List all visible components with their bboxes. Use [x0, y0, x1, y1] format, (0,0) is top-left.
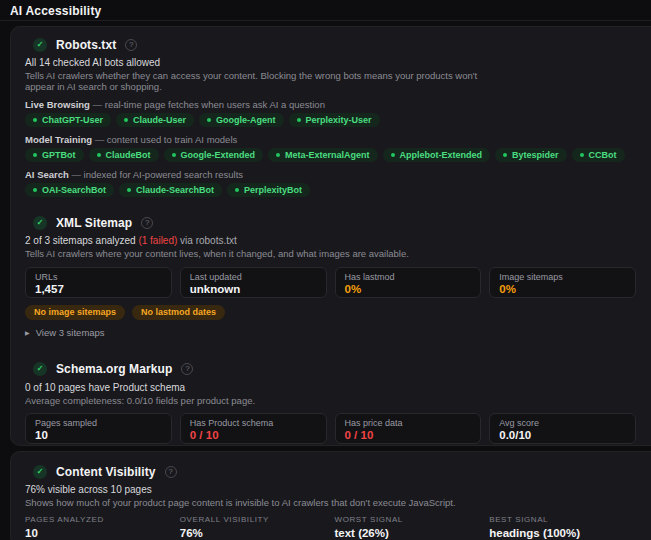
bot-pill: GPTBot — [25, 148, 84, 162]
bot-pill: Google-Agent — [199, 113, 284, 127]
bot-name: CCBot — [589, 151, 617, 160]
stat-last-updated: Last updated unknown — [180, 267, 327, 298]
section-summary: 0 of 10 pages have Product schema — [25, 382, 636, 393]
bot-active-dot-icon — [297, 118, 301, 122]
metric-row: Pages analyzed 10 Overall visibility 76%… — [25, 515, 636, 539]
stat-image-sitemaps: Image sitemaps 0% — [489, 267, 636, 298]
section-summary: 2 of 3 sitemaps analyzed (1 failed) via … — [25, 235, 636, 246]
stat-value: 1,457 — [35, 282, 162, 296]
bot-active-dot-icon — [172, 153, 176, 157]
stat-value: 0.0/10 — [499, 428, 626, 442]
metric-value: text (26%) — [335, 527, 482, 539]
help-icon[interactable]: ? — [125, 39, 137, 51]
bot-name: Claude-SearchBot — [136, 186, 214, 195]
metric-value: 10 — [25, 527, 172, 539]
stat-label: Pages sampled — [35, 418, 162, 428]
bot-active-dot-icon — [391, 153, 395, 157]
metric-overall-visibility: Overall visibility 76% — [180, 515, 327, 539]
section-xml-sitemap: ✓ XML Sitemap ? 2 of 3 sitemaps analyzed… — [25, 215, 636, 338]
bot-name: GPTBot — [42, 151, 76, 160]
check-pass-icon: ✓ — [33, 362, 47, 376]
section-header: ✓ Robots.txt ? — [25, 37, 636, 52]
bot-name: Perplexity-User — [306, 116, 372, 125]
stat-value: 0 / 10 — [345, 428, 472, 442]
section-description: Tells AI crawlers whether they can acces… — [25, 71, 487, 92]
bot-name: OAI-SearchBot — [42, 186, 106, 195]
section-summary: All 14 checked AI bots allowed — [25, 57, 636, 68]
bot-pill: Perplexity-User — [289, 113, 380, 127]
bot-group-label: AI Search — indexed for AI-powered searc… — [25, 169, 636, 180]
bot-active-dot-icon — [127, 188, 131, 192]
bot-name: PerplexityBot — [244, 186, 302, 195]
stat-value: 10 — [35, 428, 162, 442]
stat-row: URLs 1,457 Last updated unknown Has last… — [25, 267, 636, 298]
checks-card: ✓ Robots.txt ? All 14 checked AI bots al… — [10, 26, 651, 446]
bot-pill: CCBot — [572, 148, 625, 162]
stat-label: Avg score — [499, 418, 626, 428]
section-header: ✓ Content Visibility ? — [25, 464, 636, 479]
stat-has-product-schema: Has Product schema 0 / 10 — [180, 413, 327, 444]
warning-pill-row: No image sitemaps No lastmod dates — [25, 305, 636, 320]
stat-row: Pages sampled 10 Has Product schema 0 / … — [25, 413, 636, 444]
stat-label: Image sitemaps — [499, 272, 626, 282]
stat-value: 0 / 10 — [190, 428, 317, 442]
bot-group-desc: — indexed for AI-powered search results — [71, 169, 243, 180]
stat-label: URLs — [35, 272, 162, 282]
bot-active-dot-icon — [503, 153, 507, 157]
metric-best-signal: Best signal headings (100%) — [489, 515, 636, 539]
stat-label: Has price data — [345, 418, 472, 428]
section-content-visibility: ✓ Content Visibility ? 76% visible acros… — [25, 464, 636, 540]
bot-group-name: AI Search — [25, 169, 69, 180]
summary-prefix: 2 of 3 sitemaps analyzed — [25, 235, 136, 246]
bot-active-dot-icon — [33, 188, 37, 192]
bot-name: Claude-User — [133, 116, 186, 125]
help-icon[interactable]: ? — [165, 466, 177, 478]
check-pass-icon: ✓ — [33, 465, 47, 479]
bot-group-desc: — real-time page fetches when users ask … — [93, 99, 325, 110]
bot-pill: ClaudeBot — [89, 148, 159, 162]
bot-name: Applebot-Extended — [400, 151, 483, 160]
section-title: Content Visibility — [56, 465, 156, 479]
warning-pill: No lastmod dates — [132, 305, 225, 320]
help-icon[interactable]: ? — [141, 217, 153, 229]
check-pass-icon: ✓ — [33, 38, 47, 52]
bot-pill: Google-Extended — [164, 148, 264, 162]
section-header: ✓ XML Sitemap ? — [25, 215, 636, 230]
bot-name: Bytespider — [512, 151, 559, 160]
bot-pill-row: GPTBot ClaudeBot Google-Extended Meta-Ex… — [25, 148, 636, 162]
section-robots-txt: ✓ Robots.txt ? All 14 checked AI bots al… — [25, 37, 636, 197]
metric-pages-analyzed: Pages analyzed 10 — [25, 515, 172, 539]
section-title: Robots.txt — [56, 38, 116, 52]
summary-fail-count: (1 failed) — [138, 235, 177, 246]
check-pass-icon: ✓ — [33, 216, 47, 230]
bot-active-dot-icon — [97, 153, 101, 157]
stat-urls: URLs 1,457 — [25, 267, 172, 298]
metric-label: Best signal — [489, 515, 636, 524]
stat-label: Last updated — [190, 272, 317, 282]
section-header: ✓ Schema.org Markup ? — [25, 362, 636, 377]
bot-pill-row: OAI-SearchBot Claude-SearchBot Perplexit… — [25, 183, 636, 197]
help-icon[interactable]: ? — [181, 363, 193, 375]
stat-label: Has lastmod — [345, 272, 472, 282]
view-sitemaps-expander[interactable]: ▶ View 3 sitemaps — [25, 327, 636, 338]
metric-value: 76% — [180, 527, 327, 539]
stat-value: 0% — [345, 282, 472, 296]
bot-pill: OAI-SearchBot — [25, 183, 114, 197]
bot-group-label: Model Training — content used to train A… — [25, 134, 636, 145]
summary-suffix: via robots.txt — [180, 235, 237, 246]
bot-name: ChatGPT-User — [42, 116, 103, 125]
stat-pages-sampled: Pages sampled 10 — [25, 413, 172, 444]
bot-group-name: Live Browsing — [25, 99, 90, 110]
bot-group-label: Live Browsing — real-time page fetches w… — [25, 99, 636, 110]
bot-active-dot-icon — [33, 153, 37, 157]
bot-active-dot-icon — [124, 118, 128, 122]
bot-active-dot-icon — [33, 118, 37, 122]
section-description: Shows how much of your product page cont… — [25, 498, 545, 509]
section-title: Schema.org Markup — [56, 362, 172, 376]
section-description: Tells AI crawlers where your content liv… — [25, 249, 487, 260]
bot-group-desc: — content used to train AI models — [95, 134, 238, 145]
bot-active-dot-icon — [207, 118, 211, 122]
page-header: AI Accessibility — [0, 0, 651, 21]
bot-active-dot-icon — [276, 153, 280, 157]
bot-name: Google-Agent — [216, 116, 276, 125]
